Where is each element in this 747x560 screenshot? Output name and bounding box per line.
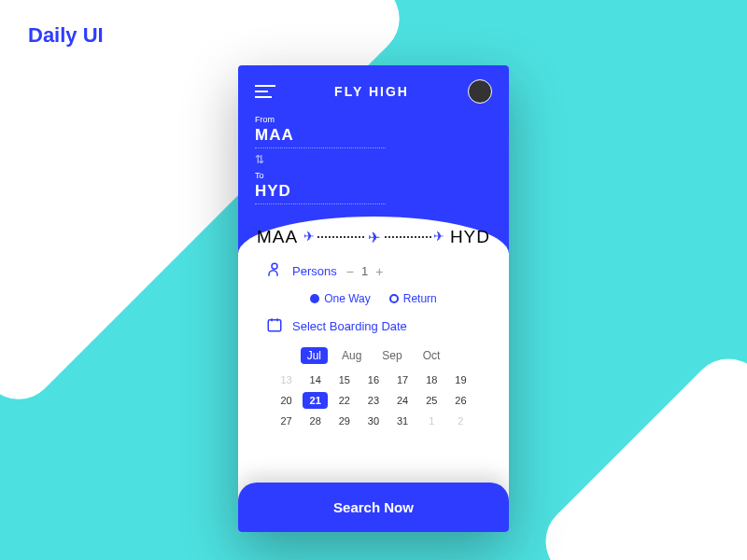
calendar-day[interactable]: 31 — [390, 413, 416, 429]
to-input[interactable]: HYD — [255, 182, 386, 204]
to-label: To — [255, 171, 492, 180]
header: FLY HIGH From MAA ⇅ To HYD — [238, 65, 509, 253]
page-brand: Daily UI — [28, 23, 104, 48]
calendar-day[interactable]: 16 — [360, 371, 386, 388]
calendar-day[interactable]: 13 — [274, 371, 299, 388]
calendar-day[interactable]: 24 — [390, 392, 416, 409]
calendar-day[interactable]: 14 — [303, 371, 328, 388]
persons-plus[interactable]: + — [375, 264, 383, 279]
route-from: MAA — [257, 227, 298, 247]
plane-icon: ✈ — [364, 229, 384, 246]
route-to: HYD — [450, 227, 490, 247]
calendar-day[interactable]: 17 — [390, 371, 416, 388]
route-display: MAA ✈✈✈ HYD — [238, 227, 509, 247]
month-sep[interactable]: Sep — [375, 347, 408, 364]
avatar[interactable] — [468, 79, 492, 104]
from-input[interactable]: MAA — [255, 126, 386, 148]
search-button[interactable]: Search Now — [238, 483, 509, 532]
calendar-day[interactable]: 22 — [331, 392, 357, 409]
month-aug[interactable]: Aug — [335, 347, 368, 364]
calendar-day[interactable]: 28 — [303, 413, 328, 429]
plane-icon: ✈ — [302, 229, 317, 244]
calendar-day[interactable]: 23 — [360, 392, 386, 409]
persons-count: 1 — [361, 264, 368, 278]
calendar-day[interactable]: 27 — [274, 413, 299, 429]
date-label: Select Boarding Date — [292, 319, 407, 333]
calendar-day[interactable]: 15 — [331, 371, 357, 388]
calendar-day[interactable]: 29 — [331, 413, 357, 429]
calendar-day[interactable]: 18 — [419, 371, 444, 388]
svg-point-0 — [272, 263, 277, 269]
from-label: From — [255, 115, 492, 124]
svg-rect-1 — [268, 320, 281, 331]
calendar-day[interactable]: 1 — [419, 413, 444, 429]
calendar-day[interactable]: 21 — [303, 392, 328, 409]
calendar-day[interactable]: 30 — [360, 413, 386, 429]
persons-minus[interactable]: − — [346, 264, 354, 279]
menu-icon[interactable] — [255, 81, 275, 102]
swap-icon[interactable]: ⇅ — [255, 153, 492, 166]
plane-icon: ✈ — [431, 229, 446, 244]
calendar-day[interactable]: 20 — [274, 392, 299, 409]
phone-frame: FLY HIGH From MAA ⇅ To HYD MAA ✈✈✈ HYD P… — [238, 65, 509, 532]
calendar-day[interactable]: 2 — [448, 413, 473, 429]
month-oct[interactable]: Oct — [416, 347, 447, 364]
date-row: Select Boarding Date — [266, 316, 481, 336]
persons-label: Persons — [292, 264, 337, 278]
calendar-day[interactable]: 26 — [448, 392, 473, 409]
return-radio[interactable]: Return — [389, 292, 437, 305]
app-title: FLY HIGH — [334, 84, 409, 99]
persons-row: Persons − 1 + — [266, 261, 481, 281]
oneway-radio[interactable]: One Way — [310, 292, 371, 305]
person-icon — [266, 261, 283, 281]
calendar-day[interactable]: 25 — [419, 392, 444, 409]
calendar-icon — [266, 316, 283, 336]
month-tabs: Jul Aug Sep Oct — [266, 347, 481, 364]
month-jul[interactable]: Jul — [301, 347, 328, 364]
calendar-day[interactable]: 19 — [448, 371, 473, 388]
calendar-grid: 1314151617181920212223242526272829303112 — [266, 371, 481, 429]
